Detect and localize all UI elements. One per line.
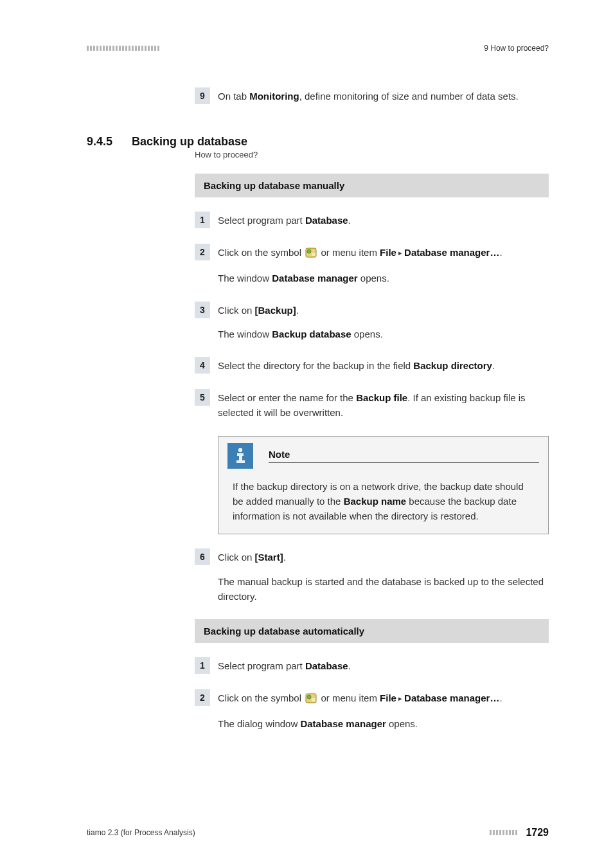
section-subtitle: How to proceed? — [195, 150, 549, 159]
step-number: 3 — [195, 302, 210, 318]
step-text: Select program part Database. — [218, 212, 351, 228]
svg-rect-5 — [103, 46, 105, 51]
footer-product: tiamo 2.3 (for Process Analysis) — [87, 828, 195, 837]
svg-rect-21 — [154, 46, 156, 51]
svg-rect-38 — [506, 830, 508, 835]
svg-point-31 — [307, 695, 311, 699]
footer-decoration — [490, 828, 520, 837]
step-text: Select the directory for the backup in t… — [218, 357, 495, 373]
step-text: Click on the symbol or menu item File ▸ … — [218, 244, 502, 286]
manual-step-5: 5 Select or enter the name for the Backu… — [195, 389, 549, 420]
step-text: Click on the symbol or menu item File ▸ … — [218, 689, 502, 732]
manual-step-2: 2 Click on the symbol or menu item File … — [195, 244, 549, 286]
svg-rect-8 — [112, 46, 114, 51]
svg-rect-14 — [132, 46, 134, 51]
manual-step-3: 3 Click on [Backup]. The window Backup d… — [195, 302, 549, 342]
step-followup: The manual backup is started and the dat… — [218, 574, 549, 604]
step-text: Click on [Start]. The manual backup is s… — [218, 548, 549, 604]
svg-rect-9 — [116, 46, 118, 51]
svg-rect-40 — [512, 830, 514, 835]
section-heading: 9.4.5 Backing up database — [87, 135, 549, 149]
step-number: 6 — [195, 548, 210, 565]
svg-rect-19 — [148, 46, 150, 51]
step-number: 2 — [195, 689, 210, 706]
svg-rect-4 — [100, 46, 102, 51]
manual-step-4: 4 Select the directory for the backup in… — [195, 357, 549, 374]
svg-rect-18 — [145, 46, 147, 51]
page-footer: tiamo 2.3 (for Process Analysis) 1729 — [87, 827, 549, 838]
svg-rect-35 — [496, 830, 498, 835]
auto-step-2: 2 Click on the symbol or menu item File … — [195, 689, 549, 732]
svg-rect-37 — [502, 830, 504, 835]
manual-step-6: 6 Click on [Start]. The manual backup is… — [195, 548, 549, 604]
svg-rect-36 — [499, 830, 501, 835]
step-text: Select program part Database. — [218, 657, 351, 673]
step-text: Click on [Backup]. The window Backup dat… — [218, 302, 383, 342]
svg-rect-29 — [236, 460, 245, 463]
database-manager-icon — [305, 692, 317, 707]
step-number: 2 — [195, 244, 210, 260]
header-decoration-left — [87, 46, 164, 51]
step-number: 1 — [195, 212, 210, 228]
svg-rect-15 — [135, 46, 137, 51]
svg-rect-34 — [493, 830, 495, 835]
database-manager-icon — [305, 247, 317, 262]
section-number: 9.4.5 — [87, 135, 132, 149]
svg-rect-11 — [122, 46, 124, 51]
note-block: Note If the backup directory is on a net… — [218, 436, 549, 535]
svg-rect-20 — [151, 46, 153, 51]
svg-point-26 — [238, 448, 242, 451]
svg-rect-13 — [129, 46, 130, 51]
svg-rect-6 — [106, 46, 108, 51]
svg-rect-41 — [515, 830, 517, 835]
group-heading-auto: Backing up database automatically — [195, 619, 549, 643]
svg-rect-17 — [141, 46, 143, 51]
svg-rect-16 — [138, 46, 140, 51]
svg-rect-32 — [312, 698, 315, 701]
svg-rect-0 — [87, 46, 89, 51]
svg-rect-12 — [125, 46, 127, 51]
step-number: 9 — [195, 87, 210, 104]
auto-step-1: 1 Select program part Database. — [195, 657, 549, 674]
svg-rect-39 — [509, 830, 511, 835]
header-chapter: 9 How to proceed? — [484, 44, 549, 53]
svg-point-24 — [307, 249, 311, 253]
page-header: 9 How to proceed? — [87, 44, 549, 53]
svg-rect-2 — [93, 46, 95, 51]
step-text: On tab Monitoring, define monitoring of … — [218, 87, 519, 104]
step-number: 4 — [195, 357, 210, 374]
group-heading-manual: Backing up database manually — [195, 174, 549, 197]
info-icon — [227, 443, 253, 469]
step-number: 5 — [195, 389, 210, 406]
svg-rect-3 — [96, 46, 98, 51]
page-number: 1729 — [526, 827, 549, 838]
svg-rect-1 — [90, 46, 92, 51]
svg-rect-7 — [109, 46, 111, 51]
intro-step: 9 On tab Monitoring, define monitoring o… — [195, 87, 549, 104]
step-number: 1 — [195, 657, 210, 674]
svg-rect-10 — [119, 46, 121, 51]
note-title: Note — [269, 449, 539, 463]
note-body: If the backup directory is on a network … — [218, 473, 548, 524]
svg-rect-33 — [490, 830, 492, 835]
manual-step-1: 1 Select program part Database. — [195, 212, 549, 228]
svg-rect-25 — [312, 253, 315, 256]
svg-rect-22 — [157, 46, 159, 51]
step-text: Select or enter the name for the Backup … — [218, 389, 549, 420]
section-title: Backing up database — [132, 135, 247, 149]
